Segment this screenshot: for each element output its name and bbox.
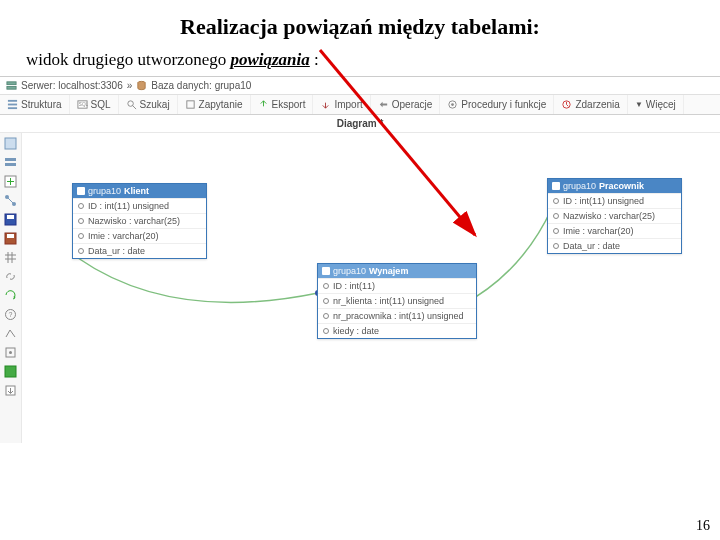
phpmyadmin-app: Serwer: localhost:3306 » Baza danych: gr…	[0, 76, 720, 443]
col-row[interactable]: ID : int(11) unsigned	[548, 193, 681, 208]
events-icon	[561, 99, 572, 110]
col-row[interactable]: kiedy : date	[318, 323, 476, 338]
svg-text:?: ?	[9, 311, 13, 318]
tab-label: Szukaj	[140, 99, 170, 110]
tool-help-icon[interactable]: ?	[4, 308, 17, 321]
tool-link-icon[interactable]	[4, 270, 17, 283]
tool-angular-icon[interactable]	[4, 327, 17, 340]
col-row[interactable]: Imie : varchar(20)	[548, 223, 681, 238]
table-header[interactable]: grupa10 Klient	[73, 184, 206, 198]
col-label: Data_ur : date	[563, 241, 620, 251]
tab-label: Import	[334, 99, 362, 110]
col-label: kiedy : date	[333, 326, 379, 336]
svg-rect-26	[7, 234, 14, 238]
svg-text:SQL: SQL	[78, 102, 87, 107]
tool-saveas-icon[interactable]	[4, 232, 17, 245]
schema-name: grupa10	[563, 181, 596, 191]
tool-export-icon[interactable]	[4, 384, 17, 397]
subtitle-em: powiązania	[230, 50, 309, 69]
tool-snap-icon[interactable]	[4, 346, 17, 359]
key-icon	[553, 198, 559, 204]
collapse-icon[interactable]	[77, 187, 85, 195]
col-label: Imie : varchar(20)	[563, 226, 634, 236]
table-header[interactable]: grupa10 Pracownik	[548, 179, 681, 193]
import-icon	[320, 99, 331, 110]
breadcrumb: Serwer: localhost:3306 » Baza danych: gr…	[0, 77, 720, 95]
table-pracownik[interactable]: grupa10 Pracownik ID : int(11) unsigned …	[547, 178, 682, 254]
table-name: Klient	[124, 186, 149, 196]
svg-line-9	[132, 105, 136, 109]
table-name: Pracownik	[599, 181, 644, 191]
tool-newtable-icon[interactable]	[4, 175, 17, 188]
table-header[interactable]: grupa10 Wynajem	[318, 264, 476, 278]
designer-canvas[interactable]: grupa10 Klient ID : int(11) unsigned Naz…	[22, 133, 720, 443]
col-icon	[78, 218, 84, 224]
server-label[interactable]: Serwer: localhost:3306	[21, 80, 123, 91]
svg-rect-5	[8, 107, 17, 109]
structure-icon	[7, 99, 18, 110]
tab-procedury[interactable]: Procedury i funkcje	[440, 95, 554, 114]
svg-rect-24	[7, 215, 14, 219]
collapse-icon[interactable]	[322, 267, 330, 275]
tab-sql[interactable]: SQLSQL	[70, 95, 119, 114]
tab-label: Eksport	[272, 99, 306, 110]
tab-zapytanie[interactable]: Zapytanie	[178, 95, 251, 114]
tab-label: Procedury i funkcje	[461, 99, 546, 110]
col-label: ID : int(11) unsigned	[88, 201, 169, 211]
tab-zdarzenia[interactable]: Zdarzenia	[554, 95, 627, 114]
col-row[interactable]: Data_ur : date	[73, 243, 206, 258]
table-klient[interactable]: grupa10 Klient ID : int(11) unsigned Naz…	[72, 183, 207, 259]
tool-details-icon[interactable]	[4, 137, 17, 150]
designer-sidetools: ?	[0, 133, 22, 443]
tool-tables-icon[interactable]	[4, 156, 17, 169]
col-row[interactable]: Nazwisko : varchar(25)	[73, 213, 206, 228]
col-icon	[553, 228, 559, 234]
col-icon	[78, 233, 84, 239]
tab-wiecej[interactable]: ▼Więcej	[628, 95, 684, 114]
subtitle-pre: widok drugiego utworzonego	[26, 50, 230, 69]
col-row[interactable]: nr_klienta : int(11) unsigned	[318, 293, 476, 308]
db-label[interactable]: Baza danych: grupa10	[151, 80, 251, 91]
col-icon	[553, 213, 559, 219]
col-row[interactable]: ID : int(11) unsigned	[73, 198, 206, 213]
breadcrumb-sep: »	[127, 80, 133, 91]
tool-reload-icon[interactable]	[4, 289, 17, 302]
tab-import[interactable]: Import	[313, 95, 370, 114]
tab-label: SQL	[91, 99, 111, 110]
svg-line-22	[8, 198, 13, 203]
table-wynajem[interactable]: grupa10 Wynajem ID : int(11) nr_klienta …	[317, 263, 477, 339]
col-icon	[323, 313, 329, 319]
schema-name: grupa10	[333, 266, 366, 276]
operations-icon	[378, 99, 389, 110]
tab-operacje[interactable]: Operacje	[371, 95, 441, 114]
slide-subtitle: widok drugiego utworzonego powiązania :	[0, 46, 720, 76]
tool-fullscreen-icon[interactable]	[4, 365, 17, 378]
designer-title: Diagram *	[0, 115, 720, 133]
table-name: Wynajem	[369, 266, 408, 276]
chevron-down-icon: ▼	[635, 100, 643, 109]
col-row[interactable]: Nazwisko : varchar(25)	[548, 208, 681, 223]
tab-struktura[interactable]: Struktura	[0, 95, 70, 114]
tool-grid-icon[interactable]	[4, 251, 17, 264]
workspace: ? grupa10 Klient ID : int(11) unsigned	[0, 133, 720, 443]
tool-relation-icon[interactable]	[4, 194, 17, 207]
svg-rect-15	[5, 158, 16, 161]
col-label: nr_klienta : int(11) unsigned	[333, 296, 444, 306]
key-icon	[78, 203, 84, 209]
tab-szukaj[interactable]: Szukaj	[119, 95, 178, 114]
tab-label: Więcej	[646, 99, 676, 110]
svg-point-30	[9, 351, 12, 354]
schema-name: grupa10	[88, 186, 121, 196]
col-row[interactable]: Imie : varchar(20)	[73, 228, 206, 243]
col-row[interactable]: Data_ur : date	[548, 238, 681, 253]
tab-eksport[interactable]: Eksport	[251, 95, 314, 114]
svg-rect-16	[5, 163, 16, 166]
svg-point-12	[451, 103, 454, 106]
col-row[interactable]: ID : int(11)	[318, 278, 476, 293]
col-row[interactable]: nr_pracownika : int(11) unsigned	[318, 308, 476, 323]
svg-rect-31	[5, 366, 16, 377]
collapse-icon[interactable]	[552, 182, 560, 190]
tab-label: Operacje	[392, 99, 433, 110]
tool-save-icon[interactable]	[4, 213, 17, 226]
col-icon	[323, 298, 329, 304]
